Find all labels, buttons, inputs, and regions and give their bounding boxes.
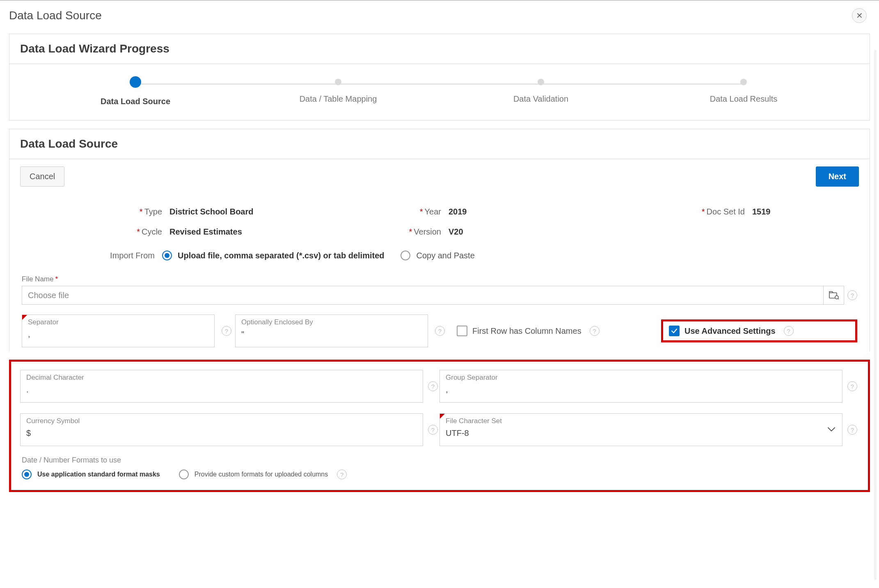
dialog-header: Data Load Source ✕ bbox=[0, 1, 879, 30]
wizard-step-validation[interactable]: Data Validation bbox=[440, 79, 642, 104]
vertical-scrollbar[interactable] bbox=[873, 50, 877, 580]
help-icon[interactable]: ? bbox=[847, 381, 857, 391]
file-input[interactable]: Choose file bbox=[22, 286, 824, 305]
decimal-field[interactable]: Decimal Character bbox=[20, 370, 423, 403]
step-dot-icon bbox=[740, 79, 747, 85]
docset-label: *Doc Set Id bbox=[670, 207, 752, 217]
next-button[interactable]: Next bbox=[816, 166, 859, 187]
source-panel-title: Data Load Source bbox=[20, 137, 859, 150]
dialog-title: Data Load Source bbox=[9, 9, 102, 22]
step-dot-icon bbox=[335, 79, 341, 85]
wizard-step-mapping[interactable]: Data / Table Mapping bbox=[237, 79, 440, 104]
first-row-label: First Row has Column Names bbox=[472, 326, 581, 336]
wizard-step-label: Data Load Source bbox=[34, 97, 237, 106]
import-from-label: Import From bbox=[22, 251, 162, 260]
charset-field[interactable]: File Character Set UTF-8 bbox=[440, 413, 842, 446]
source-panel-header: Data Load Source bbox=[9, 129, 870, 159]
separator-field[interactable]: Separator bbox=[22, 315, 215, 347]
import-from-row: Import From Upload file, comma separated… bbox=[9, 245, 870, 273]
currency-label: Currency Symbol bbox=[26, 417, 417, 425]
wizard-step-results[interactable]: Data Load Results bbox=[642, 79, 845, 104]
cancel-button[interactable]: Cancel bbox=[20, 166, 64, 187]
group-separator-field[interactable]: Group Separator bbox=[440, 370, 842, 403]
help-icon[interactable]: ? bbox=[435, 326, 445, 336]
import-from-radios: Upload file, comma separated (*.csv) or … bbox=[162, 251, 475, 260]
file-input-placeholder: Choose file bbox=[28, 291, 69, 300]
group-separator-input[interactable] bbox=[446, 385, 836, 394]
wizard-panel-header: Data Load Wizard Progress bbox=[9, 34, 870, 64]
year-label: *Year bbox=[407, 207, 449, 217]
wizard-title: Data Load Wizard Progress bbox=[20, 42, 859, 55]
enclosed-by-field[interactable]: Optionally Enclosed By bbox=[235, 315, 428, 347]
help-icon[interactable]: ? bbox=[847, 290, 857, 300]
window: Data Load Source ✕ Data Load Wizard Prog… bbox=[0, 0, 879, 588]
file-name-label: File Name* bbox=[22, 275, 857, 283]
close-button[interactable]: ✕ bbox=[852, 8, 867, 23]
help-icon[interactable]: ? bbox=[428, 425, 438, 435]
charset-value: UTF-8 bbox=[446, 428, 836, 438]
advanced-settings-checkbox[interactable] bbox=[669, 326, 680, 336]
radio-custom-formats[interactable] bbox=[179, 469, 189, 479]
advanced-section-highlight: Decimal Character ? Group Separator ? Cu… bbox=[9, 360, 870, 492]
wizard-step-label: Data Load Results bbox=[642, 94, 845, 104]
help-icon[interactable]: ? bbox=[590, 326, 600, 336]
date-number-formats-radios: Use application standard format masks Pr… bbox=[22, 469, 857, 479]
meta-grid: *Type District School Board *Year 2019 *… bbox=[9, 194, 870, 245]
help-icon[interactable]: ? bbox=[428, 381, 438, 391]
separator-label: Separator bbox=[28, 318, 208, 326]
version-label-text: Version bbox=[414, 227, 441, 236]
enclosed-by-input[interactable] bbox=[241, 330, 422, 339]
charset-label: File Character Set bbox=[446, 417, 836, 425]
wizard-panel: Data Load Wizard Progress Data Load Sour… bbox=[9, 34, 870, 121]
help-icon[interactable]: ? bbox=[337, 469, 347, 479]
wizard-step-label: Data / Table Mapping bbox=[237, 94, 440, 104]
decimal-input[interactable] bbox=[26, 385, 417, 394]
enclosed-by-label: Optionally Enclosed By bbox=[241, 318, 422, 326]
radio-copy-paste[interactable] bbox=[401, 251, 410, 260]
type-label: *Type bbox=[22, 207, 169, 217]
action-row: Cancel Next bbox=[9, 159, 870, 194]
advanced-settings-highlight: Use Advanced Settings ? bbox=[661, 319, 857, 342]
cycle-label-text: Cycle bbox=[142, 227, 162, 236]
first-row-checkbox-wrap: First Row has Column Names ? bbox=[449, 326, 653, 336]
source-panel: Data Load Source Cancel Next *Type Distr… bbox=[9, 129, 870, 351]
version-label: *Version bbox=[407, 227, 449, 237]
advanced-grid: Decimal Character ? Group Separator ? Cu… bbox=[15, 370, 864, 446]
folder-search-icon bbox=[829, 291, 839, 299]
radio-copy-paste-label: Copy and Paste bbox=[416, 251, 474, 260]
wizard-steps: Data Load Source Data / Table Mapping Da… bbox=[9, 64, 870, 120]
advanced-settings-label: Use Advanced Settings bbox=[684, 326, 776, 336]
check-icon bbox=[671, 327, 678, 335]
radio-custom-formats-label: Provide custom formats for uploaded colu… bbox=[195, 471, 328, 478]
file-name-label-text: File Name bbox=[22, 275, 53, 283]
year-label-text: Year bbox=[425, 207, 441, 216]
docset-label-text: Doc Set Id bbox=[707, 207, 745, 216]
currency-field[interactable]: Currency Symbol bbox=[20, 413, 423, 446]
radio-upload-label: Upload file, comma separated (*.csv) or … bbox=[178, 251, 384, 260]
group-separator-label: Group Separator bbox=[446, 374, 836, 382]
file-browse-button[interactable] bbox=[824, 286, 844, 305]
svg-point-1 bbox=[835, 296, 838, 299]
cycle-value: Revised Estimates bbox=[169, 227, 407, 237]
separator-input[interactable] bbox=[28, 330, 208, 339]
step-dot-icon bbox=[538, 79, 544, 85]
step-dot-icon bbox=[130, 76, 141, 88]
radio-upload[interactable] bbox=[162, 251, 172, 260]
radio-standard-formats-label: Use application standard format masks bbox=[37, 471, 160, 478]
type-value: District School Board bbox=[169, 207, 407, 217]
svg-line-2 bbox=[838, 299, 839, 299]
type-label-text: Type bbox=[144, 207, 162, 216]
close-icon: ✕ bbox=[856, 11, 863, 21]
wizard-step-source[interactable]: Data Load Source bbox=[34, 79, 237, 106]
cycle-label: *Cycle bbox=[22, 227, 169, 237]
chevron-down-icon bbox=[827, 426, 836, 433]
decimal-label: Decimal Character bbox=[26, 374, 417, 382]
help-icon[interactable]: ? bbox=[784, 326, 794, 336]
currency-input[interactable] bbox=[26, 428, 417, 438]
radio-standard-formats[interactable] bbox=[22, 469, 32, 479]
first-row-checkbox[interactable] bbox=[457, 326, 467, 336]
separator-row: Separator ? Optionally Enclosed By ? Fir… bbox=[9, 307, 870, 351]
help-icon[interactable]: ? bbox=[222, 326, 231, 336]
version-value: V20 bbox=[449, 227, 670, 237]
help-icon[interactable]: ? bbox=[847, 425, 857, 435]
